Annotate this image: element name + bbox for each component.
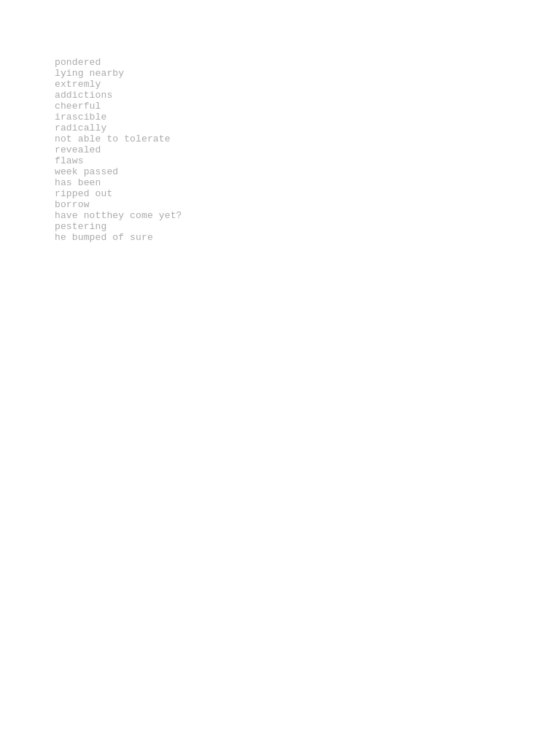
list-item: extremly xyxy=(55,79,182,90)
list-item: revealed xyxy=(55,144,182,155)
list-item: flaws xyxy=(55,155,182,166)
list-item: ripped out xyxy=(55,188,182,199)
list-item: lying nearby xyxy=(55,68,182,79)
list-item: week passed xyxy=(55,166,182,177)
list-item: pestering xyxy=(55,221,182,232)
list-item: cheerful xyxy=(55,101,182,112)
list-item: addictions xyxy=(55,90,182,101)
list-item: he bumped of sure xyxy=(55,232,182,243)
word-list: ponderedlying nearbyextremlyaddictionsch… xyxy=(55,57,182,243)
list-item: borrow xyxy=(55,199,182,210)
list-item: irascible xyxy=(55,112,182,123)
list-item: radically xyxy=(55,123,182,133)
list-item: pondered xyxy=(55,57,182,68)
list-item: not able to tolerate xyxy=(55,133,182,144)
list-item: have notthey come yet? xyxy=(55,210,182,221)
list-item: has been xyxy=(55,177,182,188)
